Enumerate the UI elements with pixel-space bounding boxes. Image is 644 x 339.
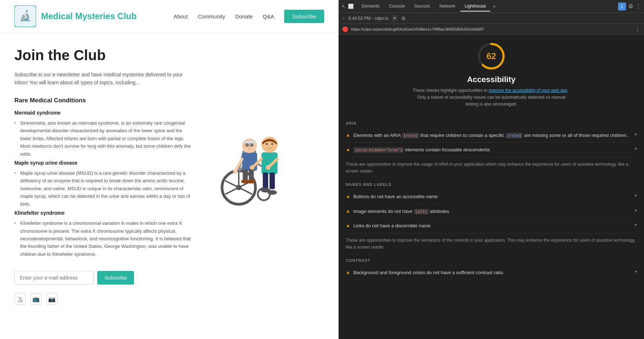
svg-point-26 xyxy=(247,179,255,183)
site-content: Join the Club Subscribe to our e-newslet… xyxy=(0,33,324,319)
audit-title-contrast-1: Background and foreground colors do not … xyxy=(353,269,632,276)
section-aria-label: ARIA xyxy=(346,121,637,125)
tab-console[interactable]: Console xyxy=(385,1,409,12)
content-left: Rare Medical Conditions Mermaid syndrome… xyxy=(14,97,191,305)
email-input[interactable] xyxy=(14,271,94,285)
section-contrast-label: CONTRAST xyxy=(346,258,637,263)
site-nav: About Community Donate Q&A Subscribe xyxy=(174,10,324,23)
dropdown-icon[interactable]: ▾ xyxy=(392,15,398,21)
condition-klinefelter: Klinefelter syndrome Klinefelter syndrom… xyxy=(14,210,191,258)
intro-text: Subscribe to our e-newsletter and have m… xyxy=(14,71,191,87)
conditions-heading: Rare Medical Conditions xyxy=(14,97,191,104)
warning-icon-1: ▲ xyxy=(346,132,350,138)
svg-point-38 xyxy=(268,190,277,195)
condition-body-1: Sirenomelia, also known as mermaid syndr… xyxy=(14,119,191,158)
settings-icon[interactable]: ⚙ xyxy=(628,3,633,10)
wheelchair-illustration xyxy=(205,101,299,208)
more-options-icon[interactable]: ⋮ xyxy=(635,3,641,10)
main-heading: Join the Club xyxy=(14,47,310,63)
audit-item-aria-1: ▲ Elements with an ARIA [role] that requ… xyxy=(346,128,637,143)
warning-icon-2: ▲ xyxy=(346,147,350,152)
condition-list-3: Klinefelter syndrome is a chromosomal va… xyxy=(14,219,191,258)
audit-title-aria-2: [aria-hidden="true"] elements contain fo… xyxy=(353,146,632,153)
instagram-icon[interactable]: 📷 xyxy=(46,293,58,305)
content-right xyxy=(205,97,306,209)
devtools-tabs: ↖ ⬜ Elements Console Sources Network Lig… xyxy=(339,0,644,13)
audit-item-contrast-1: ▲ Background and foreground colors do no… xyxy=(346,266,637,280)
svg-point-22 xyxy=(233,169,238,174)
tab-network[interactable]: Network xyxy=(435,1,460,12)
devtools-icons: 1 ⚙ ⋮ xyxy=(618,3,641,10)
reload-icon[interactable]: + xyxy=(342,15,345,21)
nav-subscribe-button[interactable]: Subscribe xyxy=(284,10,324,23)
audit-header-contrast-1[interactable]: ▲ Background and foreground colors do no… xyxy=(346,269,637,276)
condition-title-3: Klinefelter syndrome xyxy=(14,210,191,216)
audit-title-names-2: Image elements do not have [alt] attribu… xyxy=(353,208,632,215)
svg-rect-27 xyxy=(261,152,278,174)
chevron-icon-3: ▾ xyxy=(635,193,637,198)
condition-list-2: Maple syrup urine disease (MSUD) is a ra… xyxy=(14,169,191,208)
aria-section-description: These are opportunities to improve the u… xyxy=(346,157,637,177)
social-icons: 𝕏 📺 📷 xyxy=(14,293,191,305)
subscribe-button[interactable]: Subscribe xyxy=(97,271,134,285)
chevron-icon-1: ▾ xyxy=(635,132,637,137)
tab-more-icon[interactable]: » xyxy=(493,4,496,9)
subscribe-form: Subscribe xyxy=(14,271,191,285)
condition-list-1: Sirenomelia, also known as mermaid syndr… xyxy=(14,119,191,158)
svg-rect-14 xyxy=(242,152,257,171)
website-panel: 🔬 Medical Mysteries Club About Community… xyxy=(0,0,339,339)
badge-count: 1 xyxy=(618,3,626,10)
svg-point-30 xyxy=(271,143,273,145)
svg-rect-35 xyxy=(263,172,268,189)
chevron-icon-6: ▾ xyxy=(635,269,637,274)
error-icon: 🔴 xyxy=(342,26,348,32)
audit-item-aria-2: ▲ [aria-hidden="true"] elements contain … xyxy=(346,143,637,157)
audit-title-names-3: Links do not have a discernible name xyxy=(353,222,632,229)
chevron-icon-5: ▾ xyxy=(635,222,637,227)
svg-point-29 xyxy=(266,143,268,145)
audit-title-names-1: Buttons do not have an accessible name xyxy=(353,193,632,200)
score-desc-link[interactable]: improve the accessibility of your web ap… xyxy=(489,88,568,93)
svg-rect-24 xyxy=(249,169,254,180)
condition-title-2: Maple syrup urine disease xyxy=(14,160,191,166)
nav-donate[interactable]: Donate xyxy=(235,13,252,19)
devtools-panel: ↖ ⬜ Elements Console Sources Network Lig… xyxy=(339,0,644,339)
audit-header-names-3[interactable]: ▲ Links do not have a discernible name ▾ xyxy=(346,222,637,229)
url-bar: 🔴 https://cdpn.io/pen/debug/KKebGwO/0d8e… xyxy=(339,24,644,35)
audit-header-aria-1[interactable]: ▲ Elements with an ARIA [role] that requ… xyxy=(346,132,637,139)
toolbar-time: 6:44:52 PM - cdpn.io xyxy=(349,16,389,21)
site-logo: 🔬 Medical Mysteries Club xyxy=(14,5,137,27)
score-desc-text: These checks highlight opportunities to xyxy=(413,88,487,93)
warning-icon-3: ▲ xyxy=(346,193,350,199)
content-layout: Rare Medical Conditions Mermaid syndrome… xyxy=(14,97,310,305)
tab-lighthouse[interactable]: Lighthouse xyxy=(460,1,490,12)
warning-icon-5: ▲ xyxy=(346,223,350,228)
url-text: https://cdpn.io/pen/debug/KKebGwO/0d8ee1… xyxy=(351,27,484,31)
nav-community[interactable]: Community xyxy=(198,13,225,19)
settings-gear-icon[interactable]: ⚙ xyxy=(401,15,406,21)
tab-elements[interactable]: Elements xyxy=(357,1,384,12)
url-more-icon[interactable]: ⋮ xyxy=(635,26,640,32)
condition-body-2: Maple syrup urine disease (MSUD) is a ra… xyxy=(14,169,191,208)
condition-body-3: Klinefelter syndrome is a chromosomal va… xyxy=(14,219,191,258)
nav-about[interactable]: About xyxy=(174,13,188,19)
devtools-icon-device[interactable]: ⬜ xyxy=(348,4,354,9)
svg-point-17 xyxy=(251,144,253,146)
twitch-icon[interactable]: 📺 xyxy=(30,293,42,305)
audit-title-aria-1: Elements with an ARIA [role] that requir… xyxy=(353,132,632,139)
devtools-icon-pointer[interactable]: ↖ xyxy=(341,4,346,9)
nav-qa[interactable]: Q&A xyxy=(263,13,274,19)
audit-header-names-2[interactable]: ▲ Image elements do not have [alt] attri… xyxy=(346,208,637,215)
condition-mermaid: Mermaid syndrome Sirenomelia, also known… xyxy=(14,110,191,158)
condition-maple: Maple syrup urine disease Maple syrup ur… xyxy=(14,160,191,208)
warning-icon-4: ▲ xyxy=(346,208,350,214)
audit-header-names-1[interactable]: ▲ Buttons do not have an accessible name… xyxy=(346,193,637,200)
svg-point-34 xyxy=(266,165,270,170)
devtools-content: 62 Accessibility These checks highlight … xyxy=(339,35,644,339)
svg-text:🔬: 🔬 xyxy=(19,10,32,22)
tab-sources[interactable]: Sources xyxy=(410,1,434,12)
audit-item-names-2: ▲ Image elements do not have [alt] attri… xyxy=(346,204,637,219)
audit-item-names-3: ▲ Links do not have a discernible name ▾ xyxy=(346,219,637,233)
twitter-icon[interactable]: 𝕏 xyxy=(14,293,26,305)
audit-header-aria-2[interactable]: ▲ [aria-hidden="true"] elements contain … xyxy=(346,146,637,153)
